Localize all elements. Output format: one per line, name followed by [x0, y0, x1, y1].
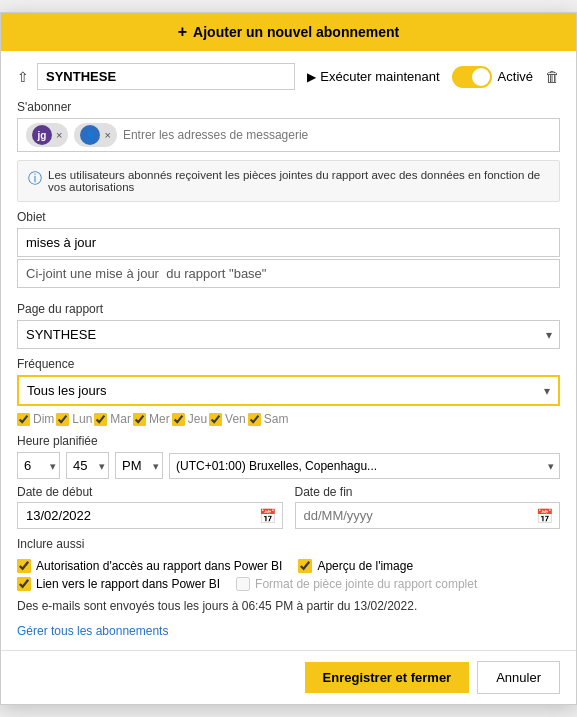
- day-mar: Mar: [94, 412, 131, 426]
- objet-label: Obiet: [17, 210, 560, 224]
- minute-select[interactable]: 45 001530: [66, 452, 109, 479]
- delete-icon[interactable]: 🗑: [545, 68, 560, 85]
- day-sam: Sam: [248, 412, 289, 426]
- date-fin-group: Date de fin 📅: [295, 485, 561, 529]
- info-text: Les utilisateurs abonnés reçoivent les p…: [48, 169, 549, 193]
- checkbox-lien-label: Lien vers le rapport dans Power BI: [36, 577, 220, 591]
- objet-input[interactable]: [17, 228, 560, 257]
- page-rapport-label: Page du rapport: [17, 302, 560, 316]
- checkboxes-section: Autorisation d'accès au rapport dans Pow…: [17, 559, 560, 591]
- checkbox-apercu[interactable]: [298, 559, 312, 573]
- date-debut-input[interactable]: [18, 503, 253, 528]
- chip-close-2[interactable]: ×: [104, 129, 110, 141]
- active-label: Activé: [498, 69, 533, 84]
- tz-select-wrap: (UTC+01:00) Bruxelles, Copenhagu...: [169, 453, 560, 479]
- checkbox-mer[interactable]: [133, 413, 146, 426]
- subscription-name-input[interactable]: [37, 63, 295, 90]
- day-dim: Dim: [17, 412, 54, 426]
- modal-body: ⇧ ▶ Exécuter maintenant Activé 🗑 S'abonn…: [1, 51, 576, 650]
- checkbox-acces-label: Autorisation d'accès au rapport dans Pow…: [36, 559, 282, 573]
- chip-close-1[interactable]: ×: [56, 129, 62, 141]
- checkbox-format-label: Format de pièce jointe du rapport comple…: [255, 577, 477, 591]
- modal-header: + Ajouter un nouvel abonnement: [1, 13, 576, 51]
- label-mar: Mar: [110, 412, 131, 426]
- plus-icon: +: [178, 23, 187, 41]
- run-now-button[interactable]: ▶ Exécuter maintenant: [303, 69, 443, 84]
- chevron-up-icon[interactable]: ⇧: [17, 69, 29, 85]
- modal-container: + Ajouter un nouvel abonnement ⇧ ▶ Exécu…: [0, 12, 577, 705]
- day-ven: Ven: [209, 412, 246, 426]
- hour-select-wrap: 6 1234 5789 101112: [17, 452, 60, 479]
- checkbox-item-1: Autorisation d'accès au rapport dans Pow…: [17, 559, 282, 573]
- label-jeu: Jeu: [188, 412, 207, 426]
- page-rapport-select-wrapper: SYNTHESE: [17, 320, 560, 349]
- save-button[interactable]: Enregistrer et fermer: [305, 662, 470, 693]
- checkbox-lien[interactable]: [17, 577, 31, 591]
- checkbox-item-4: Format de pièce jointe du rapport comple…: [236, 577, 477, 591]
- day-lun: Lun: [56, 412, 92, 426]
- dates-row: Date de début 📅 Date de fin 📅: [17, 485, 560, 529]
- frequence-label: Fréquence: [17, 357, 560, 371]
- email-input[interactable]: [123, 128, 551, 142]
- label-dim: Dim: [33, 412, 54, 426]
- modal-footer: Enregistrer et fermer Annuler: [1, 650, 576, 704]
- frequence-select[interactable]: Tous les jours: [19, 377, 558, 404]
- days-row: Dim Lun Mar Mer Jeu Ven: [17, 412, 560, 426]
- checkbox-jeu[interactable]: [172, 413, 185, 426]
- subscriber-chip-2: 👤 ×: [74, 123, 116, 147]
- summary-text: Des e-mails sont envoyés tous les jours …: [17, 599, 560, 613]
- label-ven: Ven: [225, 412, 246, 426]
- subscriber-chip-1: jg ×: [26, 123, 68, 147]
- inclure-label: Inclure aussi: [17, 537, 560, 551]
- minute-select-wrap: 45 001530: [66, 452, 109, 479]
- checkbox-format[interactable]: [236, 577, 250, 591]
- manage-link[interactable]: Gérer tous les abonnements: [17, 624, 168, 638]
- active-toggle[interactable]: [452, 66, 492, 88]
- date-fin-input[interactable]: [296, 503, 531, 528]
- date-debut-label: Date de début: [17, 485, 283, 499]
- message-input[interactable]: [17, 259, 560, 288]
- frequence-select-wrapper: Tous les jours: [17, 375, 560, 406]
- label-sam: Sam: [264, 412, 289, 426]
- day-mer: Mer: [133, 412, 170, 426]
- checkbox-item-3: Aperçu de l'image: [298, 559, 413, 573]
- active-toggle-container: Activé: [452, 66, 533, 88]
- subscriber-row: jg × 👤 ×: [17, 118, 560, 152]
- avatar-1: jg: [32, 125, 52, 145]
- info-box: ⓘ Les utilisateurs abonnés reçoivent les…: [17, 160, 560, 202]
- subscribe-label: S'abonner: [17, 100, 560, 114]
- checkbox-apercu-label: Aperçu de l'image: [317, 559, 413, 573]
- checkbox-dim[interactable]: [17, 413, 30, 426]
- checkbox-row-2: Lien vers le rapport dans Power BI Forma…: [17, 577, 560, 591]
- title-row: ⇧ ▶ Exécuter maintenant Activé 🗑: [17, 63, 560, 90]
- date-fin-label: Date de fin: [295, 485, 561, 499]
- label-lun: Lun: [72, 412, 92, 426]
- tz-select[interactable]: (UTC+01:00) Bruxelles, Copenhagu...: [169, 453, 560, 479]
- checkbox-row-1: Autorisation d'accès au rapport dans Pow…: [17, 559, 560, 573]
- checkbox-ven[interactable]: [209, 413, 222, 426]
- hour-select[interactable]: 6 1234 5789 101112: [17, 452, 60, 479]
- date-debut-input-wrap: 📅: [17, 502, 283, 529]
- run-now-label: Exécuter maintenant: [320, 69, 439, 84]
- modal-title: Ajouter un nouvel abonnement: [193, 24, 399, 40]
- info-icon: ⓘ: [28, 170, 42, 188]
- ampm-select[interactable]: PM AM: [115, 452, 163, 479]
- date-fin-input-wrap: 📅: [295, 502, 561, 529]
- ampm-select-wrap: PM AM: [115, 452, 163, 479]
- checkbox-sam[interactable]: [248, 413, 261, 426]
- time-row: 6 1234 5789 101112 45 001530 PM AM: [17, 452, 560, 479]
- day-jeu: Jeu: [172, 412, 207, 426]
- play-icon: ▶: [307, 70, 316, 84]
- label-mer: Mer: [149, 412, 170, 426]
- calendar-debut-icon[interactable]: 📅: [253, 508, 282, 524]
- checkbox-mar[interactable]: [94, 413, 107, 426]
- checkbox-item-2: Lien vers le rapport dans Power BI: [17, 577, 220, 591]
- date-debut-group: Date de début 📅: [17, 485, 283, 529]
- page-rapport-select[interactable]: SYNTHESE: [17, 320, 560, 349]
- checkbox-acces[interactable]: [17, 559, 31, 573]
- avatar-2: 👤: [80, 125, 100, 145]
- calendar-fin-icon[interactable]: 📅: [530, 508, 559, 524]
- heure-label: Heure planifiée: [17, 434, 560, 448]
- cancel-button[interactable]: Annuler: [477, 661, 560, 694]
- checkbox-lun[interactable]: [56, 413, 69, 426]
